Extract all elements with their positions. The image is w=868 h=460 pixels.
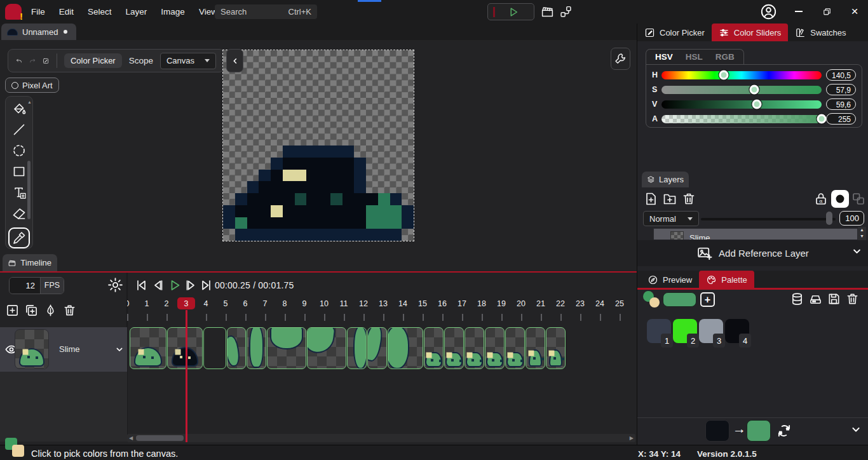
tool-button-text[interactable] <box>11 185 27 201</box>
add-palette-button[interactable]: + <box>700 292 715 307</box>
tool-button-fill-bucket[interactable] <box>11 101 27 117</box>
palette-save-icon[interactable] <box>827 292 841 306</box>
clone-frame-button[interactable] <box>24 303 39 318</box>
menu-item-file[interactable]: File <box>24 5 52 18</box>
ruler-number[interactable]: 3 <box>177 299 196 308</box>
ruler-number[interactable]: 24 <box>590 299 609 308</box>
scroll-right-icon[interactable]: ▶ <box>630 435 634 442</box>
delete-frame-button[interactable] <box>62 303 77 318</box>
mode-tab-hsv[interactable]: HSV <box>649 50 679 65</box>
swap-target-color[interactable] <box>747 420 771 442</box>
slider-value[interactable]: 255 <box>826 113 856 125</box>
onion-skinning-button[interactable] <box>43 303 58 318</box>
search-input[interactable]: Search Ctrl+K <box>215 4 317 19</box>
frame-cell-8[interactable] <box>367 327 387 369</box>
menu-item-layer[interactable]: Layer <box>119 5 154 18</box>
collapse-panel-button[interactable] <box>226 49 243 72</box>
palette-swatch-2[interactable]: 2 <box>673 319 697 343</box>
add-reference-layer-button[interactable]: Add Reference Layer <box>637 240 868 266</box>
frame-cell-13[interactable] <box>485 327 505 369</box>
frame-cell-4[interactable] <box>247 327 266 369</box>
frame-cell-15[interactable] <box>526 327 545 369</box>
window-restore-button[interactable] <box>817 3 836 20</box>
ruler-number[interactable]: 10 <box>315 299 334 308</box>
chevron-down-icon[interactable] <box>114 344 125 355</box>
add-group-button[interactable] <box>662 191 677 206</box>
menu-item-select[interactable]: Select <box>81 5 119 18</box>
tab-color-sliders[interactable]: Color Sliders <box>712 24 788 41</box>
alpha-lock-button[interactable]: α <box>813 191 829 206</box>
tab-color-picker[interactable]: Color Picker <box>637 24 712 41</box>
ruler-number[interactable]: 23 <box>571 299 590 308</box>
blend-mode-select[interactable]: Normal <box>643 211 699 226</box>
frame-cell-5[interactable] <box>267 327 306 369</box>
drawing-canvas[interactable] <box>223 50 414 241</box>
ruler-number[interactable]: 21 <box>531 299 550 308</box>
tool-button-eraser[interactable] <box>11 205 27 221</box>
slider-handle[interactable] <box>749 85 759 95</box>
slider-handle[interactable] <box>752 100 762 109</box>
slider-handle[interactable] <box>817 114 827 124</box>
replace-color-icon[interactable] <box>776 423 792 439</box>
frame-cell-6[interactable] <box>307 327 346 369</box>
link-layers-button[interactable] <box>851 191 866 206</box>
foreground-background-colors[interactable] <box>643 291 662 310</box>
chevron-down-icon[interactable] <box>851 245 863 257</box>
tool-button-rectangle[interactable] <box>11 164 27 180</box>
slider-value[interactable]: 59,6 <box>826 98 856 110</box>
scope-select[interactable]: Canvas <box>160 53 216 69</box>
val-slider[interactable] <box>661 100 822 109</box>
add-frame-button[interactable] <box>5 303 20 318</box>
tool-button-ellipse[interactable] <box>11 143 27 159</box>
scene-graph-icon[interactable] <box>559 5 573 18</box>
hue-slider[interactable] <box>661 71 822 79</box>
menu-item-edit[interactable]: Edit <box>52 5 81 18</box>
animation-window-icon[interactable] <box>541 5 554 18</box>
playhead[interactable] <box>186 310 187 442</box>
frame-cell-11[interactable] <box>444 327 464 369</box>
tab-palette[interactable]: Palette <box>699 271 754 288</box>
edit-mode-icon[interactable] <box>43 54 49 68</box>
delete-layer-button[interactable] <box>681 191 696 206</box>
ruler-number[interactable]: 2 <box>157 299 176 308</box>
ruler-number[interactable]: 7 <box>255 299 275 308</box>
fps-input[interactable]: 12 <box>10 278 40 294</box>
scroll-thumb[interactable] <box>27 161 31 219</box>
mode-tab-rgb[interactable]: RGB <box>709 50 741 65</box>
tab-swatches[interactable]: Swatches <box>788 24 853 41</box>
frame-cell-0[interactable] <box>130 327 166 369</box>
undo-button[interactable] <box>16 54 22 68</box>
ruler-number[interactable]: 18 <box>472 299 491 308</box>
ruler-number[interactable]: 0 <box>127 299 137 308</box>
layer-row-slime[interactable]: Slime <box>653 228 858 240</box>
ruler-number[interactable]: 16 <box>433 299 452 308</box>
frame-cell-1[interactable] <box>167 327 203 369</box>
ruler-number[interactable]: 12 <box>354 299 373 308</box>
opacity-slider[interactable] <box>701 218 836 220</box>
frame-cell-12[interactable] <box>465 327 484 369</box>
slider-handle[interactable] <box>719 71 729 80</box>
frame-cell-9[interactable] <box>388 327 423 369</box>
scroll-left-icon[interactable]: ◀ <box>129 435 133 442</box>
go-to-last-frame-button[interactable] <box>199 278 214 293</box>
ruler-number[interactable]: 15 <box>413 299 432 308</box>
previous-frame-button[interactable] <box>151 278 166 293</box>
ruler-number[interactable]: 25 <box>610 299 629 308</box>
sat-slider[interactable] <box>661 86 822 94</box>
background-color[interactable] <box>649 297 660 308</box>
palette-import-icon[interactable] <box>808 292 823 306</box>
timeline-scrollbar[interactable]: ◀ ▶ <box>127 434 635 442</box>
frame-cell-7[interactable] <box>347 327 367 369</box>
layer-mask-button[interactable] <box>831 190 849 208</box>
ruler-number[interactable]: 6 <box>236 299 255 308</box>
frame-cell-2[interactable] <box>203 327 226 369</box>
frame-cell-16[interactable] <box>546 327 566 369</box>
ruler-number[interactable]: 14 <box>393 299 412 308</box>
layer-list-scrollbar[interactable]: ▲▼ <box>858 227 866 241</box>
ruler-number[interactable]: 5 <box>216 299 235 308</box>
ruler-number[interactable]: 22 <box>551 299 570 308</box>
palette-delete-icon[interactable] <box>845 292 860 306</box>
ruler-number[interactable]: 13 <box>374 299 393 308</box>
opacity-value[interactable]: 100 <box>839 211 864 226</box>
palette-swatch-4[interactable]: 4 <box>725 319 749 343</box>
